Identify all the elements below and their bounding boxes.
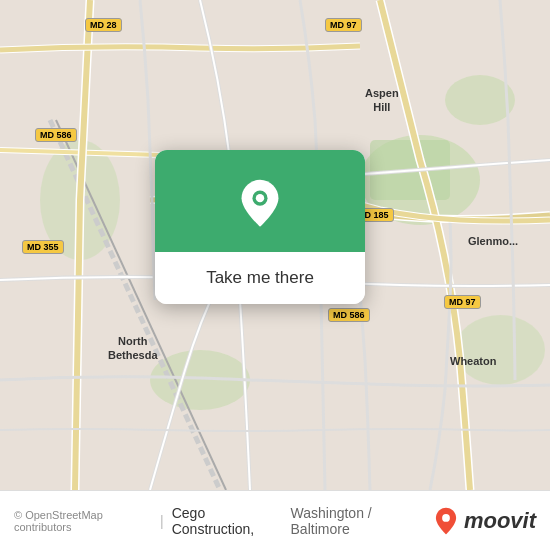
road-badge-md97-right: MD 97: [444, 295, 481, 309]
place-label-aspen-hill: AspenHill: [365, 86, 399, 115]
svg-point-6: [455, 315, 545, 385]
moovit-pin-icon: [432, 507, 460, 535]
road-badge-md97-top: MD 97: [325, 18, 362, 32]
moovit-text: moovit: [464, 508, 536, 534]
road-badge-md355: MD 355: [22, 240, 64, 254]
location-name: Cego Construction,: [172, 505, 283, 537]
location-pin-icon: [234, 178, 286, 230]
city-text: Washington / Baltimore: [291, 505, 424, 537]
copyright-text: © OpenStreetMap contributors: [14, 509, 152, 533]
moovit-logo: moovit: [432, 507, 536, 535]
bottom-bar: © OpenStreetMap contributors | Cego Cons…: [0, 490, 550, 550]
road-badge-md586-bottom: MD 586: [328, 308, 370, 322]
popup-card: Take me there: [155, 150, 365, 304]
place-label-north-bethesda: NorthBethesda: [108, 334, 158, 363]
svg-point-13: [442, 514, 450, 522]
road-badge-md28: MD 28: [85, 18, 122, 32]
svg-point-12: [256, 194, 264, 202]
take-me-there-button[interactable]: Take me there: [155, 252, 365, 304]
separator: |: [160, 513, 164, 529]
place-label-glenmont: Glenmo...: [468, 234, 518, 248]
map-container: MD 28 MD 97 MD 97 MD 586 MD 586 MD 355 M…: [0, 0, 550, 490]
popup-icon-area: [155, 150, 365, 252]
road-badge-md586-left: MD 586: [35, 128, 77, 142]
place-label-wheaton: Wheaton: [450, 354, 496, 368]
